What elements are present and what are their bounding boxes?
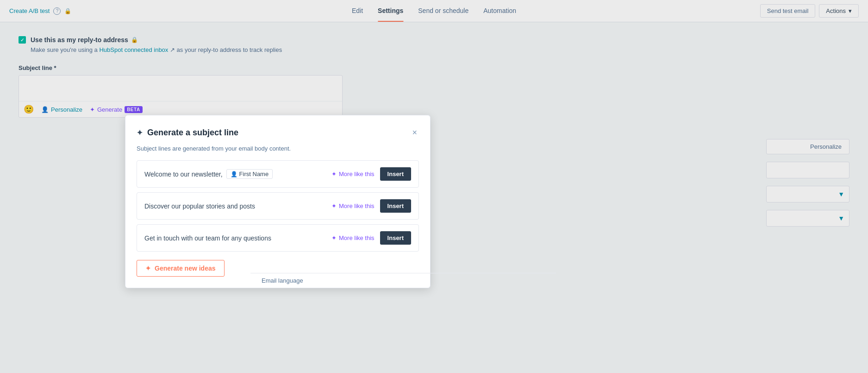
modal-bottom-partial: Email language xyxy=(250,273,556,288)
modal-header: ✦ Generate a subject line × xyxy=(137,126,419,139)
suggestion-card-1: Welcome to our newsletter, 👤 First Name … xyxy=(137,160,419,188)
insert-button-2[interactable]: Insert xyxy=(380,199,411,213)
sparkle-more-icon-3: ✦ xyxy=(331,234,337,241)
sparkle-title-icon: ✦ xyxy=(137,128,143,137)
more-like-this-button-1[interactable]: ✦ More like this xyxy=(331,171,375,177)
sparkle-generate-icon: ✦ xyxy=(145,265,151,272)
insert-button-3[interactable]: Insert xyxy=(380,231,411,245)
modal-description: Subject lines are generated from your em… xyxy=(137,145,419,152)
modal-title: ✦ Generate a subject line xyxy=(137,128,238,138)
suggestion-actions-1: ✦ More like this Insert xyxy=(331,167,411,181)
person-token-icon: 👤 xyxy=(231,171,237,177)
sparkle-more-icon: ✦ xyxy=(331,171,337,177)
suggestion-actions-2: ✦ More like this Insert xyxy=(331,199,411,213)
modal-close-button[interactable]: × xyxy=(410,126,419,139)
insert-button-1[interactable]: Insert xyxy=(380,167,411,181)
first-name-token: 👤 First Name xyxy=(226,169,273,179)
generate-subject-line-modal: ✦ Generate a subject line × Subject line… xyxy=(125,115,431,288)
more-like-this-button-2[interactable]: ✦ More like this xyxy=(331,202,375,209)
suggestion-text-2: Discover our popular stories and posts xyxy=(144,202,331,210)
suggestion-card-2: Discover our popular stories and posts ✦… xyxy=(137,192,419,220)
suggestion-card-3: Get in touch with our team for any quest… xyxy=(137,224,419,252)
suggestion-text-1: Welcome to our newsletter, 👤 First Name xyxy=(144,169,331,179)
suggestion-text-3: Get in touch with our team for any quest… xyxy=(144,234,331,242)
generate-new-ideas-button[interactable]: ✦ Generate new ideas xyxy=(137,260,225,277)
suggestion-actions-3: ✦ More like this Insert xyxy=(331,231,411,245)
more-like-this-button-3[interactable]: ✦ More like this xyxy=(331,234,375,241)
sparkle-more-icon-2: ✦ xyxy=(331,202,337,209)
